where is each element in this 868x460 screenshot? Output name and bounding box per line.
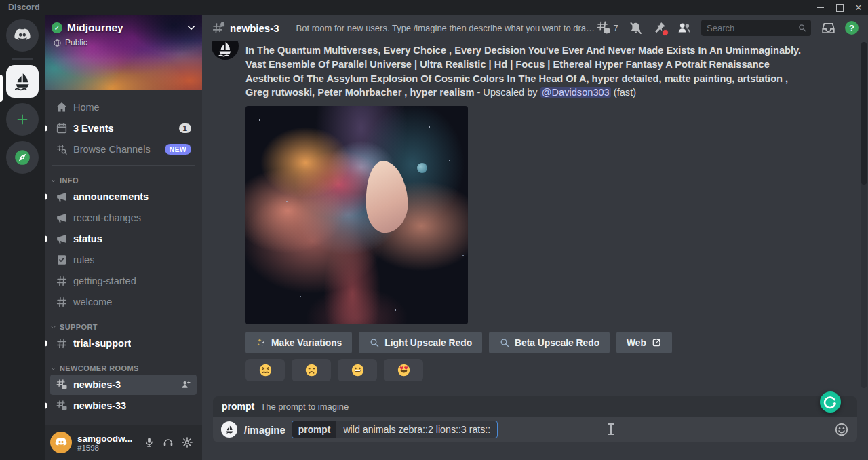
discord-logo-icon (54, 436, 68, 449)
option-value[interactable]: wild animals zebra::2 lions::3 rats:: (336, 421, 497, 438)
add-server-button[interactable] (6, 103, 39, 136)
window-controls: ✕ (811, 0, 868, 15)
section-header-newcomer-rooms[interactable]: NEWCOMER ROOMS (50, 364, 197, 372)
channel-announcements[interactable]: announcements (50, 187, 197, 207)
sidebar-item-label: Home (73, 102, 100, 113)
search-input[interactable] (705, 22, 797, 34)
pinned-messages-button[interactable] (652, 20, 667, 35)
help-button[interactable]: ? (845, 21, 859, 35)
rules-checklist-icon (56, 254, 68, 266)
channel-recent-changes[interactable]: recent-changes (50, 208, 197, 228)
section-label: NEWCOMER ROOMS (60, 364, 139, 372)
close-button[interactable]: ✕ (849, 0, 868, 15)
reaction-grinning-face[interactable] (338, 359, 377, 381)
mute-mic-button[interactable] (140, 433, 159, 452)
channel-newbies-33[interactable]: newbies-33 (50, 396, 197, 416)
upscaled-by-text: - Upscaled by (474, 87, 540, 98)
pin-notification-dot (662, 29, 669, 36)
server-visibility-label: Public (65, 38, 87, 47)
members-icon (677, 20, 692, 35)
headphones-icon (162, 436, 174, 448)
maximize-icon (836, 4, 844, 12)
channel-topic[interactable]: Bot room for new users. Type /imagine th… (296, 23, 597, 33)
minimize-icon (817, 7, 824, 8)
channel-trial-support[interactable]: trial-support (50, 333, 197, 353)
scrollbar-thumb[interactable] (861, 42, 867, 185)
message-input[interactable]: /imagine prompt wild animals zebra::2 li… (213, 417, 857, 442)
channel-newbies-3[interactable]: newbies-3 (50, 375, 197, 395)
reaction-disappointed-face[interactable] (292, 359, 331, 381)
user-settings-button[interactable] (178, 433, 197, 452)
home-button[interactable] (6, 19, 39, 52)
search-box[interactable] (701, 20, 811, 36)
emoji-picker-button[interactable] (834, 422, 849, 437)
button-label: Beta Upscale Redo (515, 338, 599, 348)
channel-status[interactable]: status (50, 229, 197, 249)
server-icon-midjourney[interactable] (6, 65, 39, 98)
magnifier-icon (499, 337, 510, 348)
server-header[interactable]: ✓ Midjourney (52, 22, 197, 34)
sidebar-item-label: Browse Channels (73, 144, 151, 155)
minimize-button[interactable] (811, 0, 830, 15)
user-avatar[interactable] (50, 432, 72, 453)
member-list-button[interactable] (677, 20, 692, 35)
bot-avatar[interactable] (212, 41, 239, 60)
sidebar-item-browse-channels[interactable]: Browse Channels NEW (50, 139, 197, 159)
web-button[interactable]: Web (616, 332, 672, 353)
channel-welcome[interactable]: welcome (50, 292, 197, 312)
confounded-face-icon (258, 363, 273, 377)
channel-name: announcements (73, 191, 149, 202)
server-rail (0, 15, 45, 460)
message-actions: Make Variations Light Upscale Redo Beta … (245, 332, 868, 353)
message-image[interactable] (245, 106, 468, 324)
slash-command-hint[interactable]: prompt The prompt to imagine (213, 396, 857, 417)
discord-app-window: Discord ✕ ✓ Midjourney (0, 0, 868, 460)
app-title: Discord (8, 3, 40, 12)
sidebar-item-home[interactable]: Home (50, 97, 197, 117)
artwork-stars (259, 119, 260, 121)
option-name: prompt (222, 401, 254, 412)
make-variations-button[interactable]: Make Variations (245, 332, 352, 353)
user-info[interactable]: samgoodw... #1598 (77, 434, 132, 452)
reaction-heart-eyes-face[interactable] (384, 359, 423, 381)
section-header-support[interactable]: SUPPORT (50, 323, 197, 331)
user-panel: samgoodw... #1598 (45, 425, 202, 460)
inbox-button[interactable] (821, 20, 835, 35)
explore-servers-button[interactable] (6, 141, 39, 174)
new-badge: NEW (165, 144, 191, 155)
browse-channels-icon (56, 143, 68, 155)
sidebar-divider (52, 165, 195, 166)
deafen-button[interactable] (159, 433, 178, 452)
user-mention[interactable]: @Davidson303 (540, 87, 611, 98)
chevron-down-icon[interactable] (186, 22, 197, 33)
button-label: Web (627, 338, 646, 348)
username: samgoodw... (77, 434, 132, 444)
question-mark-icon: ? (849, 23, 854, 33)
sidebar-item-events[interactable]: 3 Events 1 (50, 118, 197, 138)
channel-getting-started[interactable]: getting-started (50, 271, 197, 291)
reaction-confounded-face[interactable] (245, 359, 285, 381)
grammarly-badge[interactable] (820, 391, 841, 413)
active-server-indicator (0, 75, 3, 102)
artwork-face (363, 159, 410, 234)
chat-scrollbar[interactable] (861, 42, 867, 388)
server-banner[interactable]: ✓ Midjourney Public (45, 15, 202, 90)
sailboat-icon (12, 71, 33, 92)
notification-settings-button[interactable] (628, 20, 643, 35)
beta-upscale-redo-button[interactable]: Beta Upscale Redo (489, 332, 610, 353)
chat-area: newbies-3 Bot room for new users. Type /… (202, 15, 868, 460)
section-header-info[interactable]: INFO (50, 176, 197, 185)
maximize-button[interactable] (830, 0, 849, 15)
bell-muted-icon (629, 21, 643, 35)
text-cursor (610, 423, 612, 435)
option-description: The prompt to imagine (260, 402, 349, 412)
threads-button[interactable]: 7 (596, 20, 618, 35)
channel-rules[interactable]: rules (50, 250, 197, 270)
command-option-pill[interactable]: prompt wild animals zebra::2 lions::3 ra… (292, 421, 498, 438)
compass-icon (14, 149, 31, 166)
light-upscale-redo-button[interactable]: Light Upscale Redo (359, 332, 482, 353)
slash-command: /imagine (244, 424, 285, 436)
invite-person-add-icon[interactable] (180, 379, 191, 390)
server-visibility: Public (53, 38, 87, 47)
discord-logo-icon (13, 26, 32, 45)
